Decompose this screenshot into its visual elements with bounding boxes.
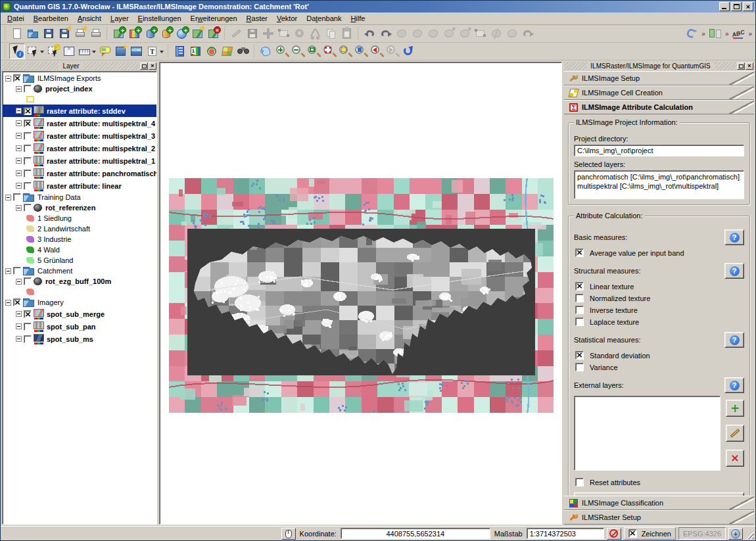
ilms-panel-close-button[interactable] [745,62,753,70]
layer-tree-item[interactable]: rot_ezg_buff_100m [3,276,156,287]
menu-datei[interactable]: Datei [3,13,28,24]
zoom-last-button[interactable] [369,43,385,59]
layer-tree-item[interactable]: project_index [3,83,156,94]
new-bookmark-button[interactable]: ★ [113,43,129,59]
georeferencer-toolbar-button[interactable] [707,26,723,41]
add-postgis-layer-button[interactable]: + [143,26,158,41]
zoom-to-layer-button[interactable] [337,43,353,59]
layer-tree-item[interactable]: Training Data [3,192,156,202]
layer-visibility-checkbox[interactable] [24,182,32,190]
menu-einstellungen[interactable]: Einstellungen [134,13,185,24]
layer-visibility-checkbox[interactable] [13,74,21,82]
layer-tree-item[interactable]: raster attribute: multispektral_1 [3,154,156,167]
checkbox-laplace-texture[interactable] [575,318,584,326]
layer-tree-item[interactable]: spot_sub_merge [3,308,156,320]
menu-vektor[interactable]: Vektor [273,13,301,24]
zoom-full-button[interactable] [306,43,321,59]
tree-expander-icon[interactable] [16,170,22,176]
toolbar-drag-handle[interactable] [166,45,171,58]
search-tool-button[interactable] [235,43,251,59]
layer-tree-item[interactable]: spot_sub_ms [3,333,156,345]
selected-layers-list[interactable]: panchromatisch [C:\ilms_img\_rot\panchro… [574,170,744,199]
ilms-panel-float-button[interactable] [737,62,745,70]
tree-expander-icon[interactable] [16,158,22,164]
map-canvas[interactable] [159,62,562,525]
new-project-button[interactable] [9,26,25,41]
add-raster-layer-button[interactable]: + [127,26,143,41]
text-annotation-button[interactable]: T [145,43,165,59]
open-attribute-table-button[interactable] [61,43,77,59]
menu-raster[interactable]: Raster [243,13,272,24]
minimize-button[interactable] [719,2,730,11]
layer-visibility-checkbox[interactable] [24,145,32,153]
tab-ilmsimage-classification[interactable]: ILMSImage Classification [564,496,754,510]
checkbox-normalized-texture[interactable] [575,294,584,302]
toolbar-drag-handle[interactable] [3,45,8,58]
ilms-color-tool-button[interactable]: 1 [188,43,204,59]
checkbox-standard-deviation[interactable] [575,351,584,360]
toolbar-drag-handle[interactable] [356,27,361,40]
new-print-composer-button[interactable]: ★ [72,26,88,41]
tab-ilmsimage-cell-creation[interactable]: ILMSImage Cell Creation [564,85,754,100]
close-button[interactable]: × [743,2,753,11]
map-overview-toolbar-button[interactable] [684,26,699,41]
layer-tree-item[interactable]: raster attribute: panchromatisch [3,167,156,179]
layer-visibility-checkbox[interactable] [13,298,21,306]
layer-visibility-checkbox[interactable] [24,204,32,212]
layer-tree-item[interactable]: ILMSImage Exports [3,73,156,83]
scale-input[interactable] [527,528,604,539]
layer-visibility-checkbox[interactable] [24,170,32,177]
layer-visibility-checkbox[interactable] [24,157,32,165]
tree-expander-icon[interactable] [16,86,22,92]
redo-button[interactable] [378,26,394,41]
toolbar-overflow-chevron[interactable]: » [746,30,754,37]
tree-expander-icon[interactable] [16,336,22,342]
composer-manager-button[interactable] [88,26,104,41]
tree-expander-icon[interactable] [16,108,22,114]
tree-expander-icon[interactable] [5,76,11,82]
tab-ilmsraster-setup[interactable]: ILMSRaster Setup [564,510,754,525]
tree-expander-icon[interactable] [16,323,22,329]
new-vector-layer-button[interactable]: ★ [190,26,206,41]
undo-button[interactable] [362,26,378,41]
toolbar-drag-handle[interactable] [252,45,257,58]
layer-tree-item[interactable]: raster attribute: stddev [3,105,156,117]
reset-attributes-checkbox[interactable] [575,478,584,486]
layer-tree-item[interactable]: 4 Wald [3,245,156,255]
checkbox-inverse-texture[interactable] [575,306,584,314]
layer-tree-item[interactable]: 3 Industrie [3,234,156,245]
external-layers-list[interactable] [574,396,721,471]
tab-ilmsimage-setup[interactable]: ILMSImage Setup [564,71,754,85]
zoom-out-button[interactable] [290,43,306,59]
tab-ilmsimage-attribute-calculation[interactable]: Σ ILMSImage Attribute Calculation [564,100,754,114]
option-row-normalized-texture[interactable]: Normalized texture [575,293,744,303]
add-vector-layer-button[interactable]: + [111,26,127,41]
layer-visibility-checkbox[interactable] [24,277,32,285]
layer-tree-item[interactable]: Imagery [3,297,156,308]
pan-map-button[interactable] [258,43,274,59]
help-button-basic-measures[interactable]: ? [724,229,744,245]
zoom-actual-size-button[interactable] [353,43,369,59]
ilms-cells-tool-button[interactable] [220,43,235,59]
render-toggle[interactable]: Zeichnen [624,527,676,540]
toolbar-overflow-chevron[interactable]: » [699,30,707,37]
selected-layer-item[interactable]: multispektral [C:\ilms_img\_rot\multispe… [577,181,741,191]
menu-hilfe[interactable]: Hilfe [346,13,369,24]
layer-panel-float-button[interactable] [140,62,148,70]
select-features-button[interactable] [25,43,45,59]
render-checkbox[interactable] [628,529,637,538]
option-row-linear-texture[interactable]: Linear texture [575,281,744,291]
tree-expander-icon[interactable] [16,205,22,211]
option-row-standard-deviation[interactable]: Standard deviation [575,350,744,360]
tree-expander-icon[interactable] [16,133,22,139]
option-row-average-value-per-input-band[interactable]: Average value per input band [575,248,744,258]
add-wms-layer-button[interactable]: + [174,26,190,41]
tree-expander-icon[interactable] [16,120,22,126]
crs-status-button[interactable]: + [728,528,743,540]
checkbox-variance[interactable] [575,363,584,371]
layer-visibility-checkbox[interactable] [24,132,32,140]
tree-expander-icon[interactable] [16,311,22,317]
toolbar-drag-handle[interactable] [3,27,8,40]
selected-layer-item[interactable]: panchromatisch [C:\ilms_img\_rot\panchro… [577,172,741,181]
add-spatialite-layer-button[interactable]: + [158,26,174,41]
